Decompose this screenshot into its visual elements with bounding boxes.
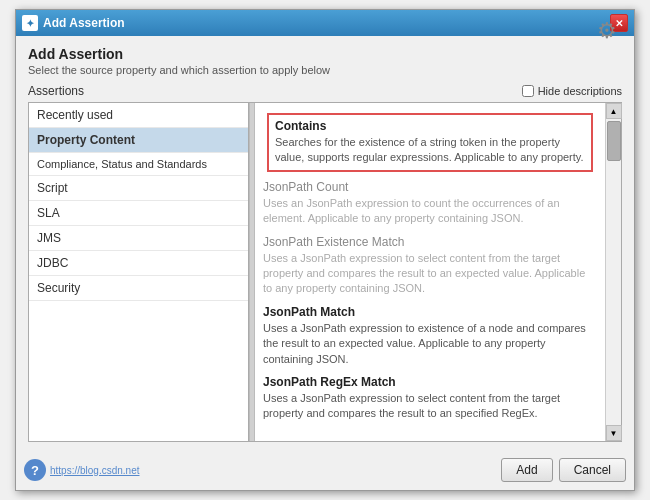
panels: Recently usedProperty ContentCompliance,… xyxy=(28,102,622,442)
title-bar: ✦ Add Assertion ✕ xyxy=(16,10,634,36)
scroll-up-arrow[interactable]: ▲ xyxy=(606,103,622,119)
assertion-item-contains[interactable]: ContainsSearches for the existence of a … xyxy=(267,113,593,172)
left-panel-item-jms[interactable]: JMS xyxy=(29,226,248,251)
add-assertion-dialog: ✦ Add Assertion ✕ Add Assertion Select t… xyxy=(15,9,635,491)
left-panel-item-compliance,-status-and-standards[interactable]: Compliance, Status and Standards xyxy=(29,153,248,176)
footer-right: Add Cancel xyxy=(501,458,626,482)
assertions-area: Assertions Hide descriptions Recently us… xyxy=(28,84,622,442)
assertion-title-jsonpath-match: JsonPath Match xyxy=(263,305,597,319)
assertion-desc-contains: Searches for the existence of a string t… xyxy=(275,135,585,166)
footer-url: https://blog.csdn.net xyxy=(50,465,140,476)
assertion-title-jsonpath-existence-match: JsonPath Existence Match xyxy=(263,235,597,249)
assertion-desc-jsonpath-regex-match: Uses a JsonPath expression to select con… xyxy=(263,391,597,422)
gear-icon[interactable]: ⚙ xyxy=(597,18,617,44)
footer-left: ? https://blog.csdn.net xyxy=(24,459,140,481)
assertion-desc-jsonpath-match: Uses a JsonPath expression to existence … xyxy=(263,321,597,367)
assertion-item-jsonpath-regex-match[interactable]: JsonPath RegEx MatchUses a JsonPath expr… xyxy=(263,375,597,422)
dialog-header-subtitle: Select the source property and which ass… xyxy=(28,64,330,76)
scroll-down-arrow[interactable]: ▼ xyxy=(606,425,622,441)
assertion-title-jsonpath-regex-match: JsonPath RegEx Match xyxy=(263,375,597,389)
dialog-footer: ? https://blog.csdn.net Add Cancel xyxy=(16,452,634,490)
dialog-header: Add Assertion Select the source property… xyxy=(28,46,622,76)
assertions-toolbar: Assertions Hide descriptions xyxy=(28,84,622,98)
hide-descriptions-label: Hide descriptions xyxy=(538,85,622,97)
left-panel-item-sla[interactable]: SLA xyxy=(29,201,248,226)
hide-descriptions-container: Hide descriptions xyxy=(522,85,622,97)
assertion-title-contains: Contains xyxy=(275,119,585,133)
dialog-header-title: Add Assertion xyxy=(28,46,330,62)
right-panel-scrollbar[interactable]: ▲ ▼ xyxy=(605,103,621,441)
left-panel-item-script[interactable]: Script xyxy=(29,176,248,201)
right-panel-scroll: ContainsSearches for the existence of a … xyxy=(255,103,605,436)
assertion-item-jsonpath-match[interactable]: JsonPath MatchUses a JsonPath expression… xyxy=(263,305,597,367)
right-panel: ContainsSearches for the existence of a … xyxy=(255,103,605,441)
add-button[interactable]: Add xyxy=(501,458,552,482)
left-panel-list: Recently usedProperty ContentCompliance,… xyxy=(29,103,248,301)
help-button[interactable]: ? xyxy=(24,459,46,481)
assertions-label: Assertions xyxy=(28,84,84,98)
dialog-body: Add Assertion Select the source property… xyxy=(16,36,634,452)
dialog-title: Add Assertion xyxy=(43,16,125,30)
hide-descriptions-checkbox[interactable] xyxy=(522,85,534,97)
left-panel-item-jdbc[interactable]: JDBC xyxy=(29,251,248,276)
scroll-thumb[interactable] xyxy=(607,121,621,161)
assertion-item-jsonpath-count[interactable]: JsonPath CountUses an JsonPath expressio… xyxy=(263,180,597,227)
left-panel-item-security[interactable]: Security xyxy=(29,276,248,301)
cancel-button[interactable]: Cancel xyxy=(559,458,626,482)
assertion-title-jsonpath-count: JsonPath Count xyxy=(263,180,597,194)
title-bar-left: ✦ Add Assertion xyxy=(22,15,125,31)
assertion-item-jsonpath-existence-match[interactable]: JsonPath Existence MatchUses a JsonPath … xyxy=(263,235,597,297)
left-panel: Recently usedProperty ContentCompliance,… xyxy=(29,103,249,441)
left-panel-item-recently-used[interactable]: Recently used xyxy=(29,103,248,128)
assertion-desc-jsonpath-count: Uses an JsonPath expression to count the… xyxy=(263,196,597,227)
left-panel-item-property-content[interactable]: Property Content xyxy=(29,128,248,153)
assertion-desc-jsonpath-existence-match: Uses a JsonPath expression to select con… xyxy=(263,251,597,297)
dialog-icon: ✦ xyxy=(22,15,38,31)
